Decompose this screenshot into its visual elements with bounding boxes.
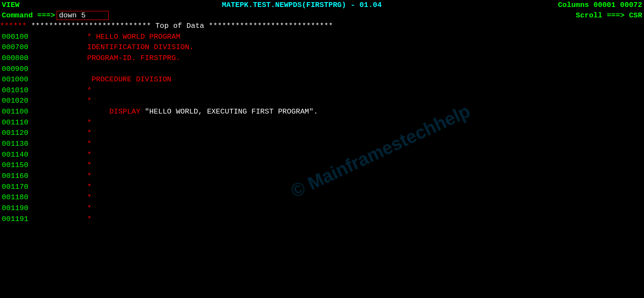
line-content: * <box>43 85 91 96</box>
table-row: 001020 * <box>2 96 642 107</box>
vert-separator <box>37 107 41 117</box>
vert-separator <box>37 192 41 203</box>
line-content: * <box>43 150 91 161</box>
line-content: PROGRAM-ID. FIRSTPRG. <box>43 53 180 64</box>
line-number: 001010 <box>2 85 37 96</box>
line-number: 001160 <box>2 171 37 182</box>
line-number: 001110 <box>2 117 37 128</box>
line-number: 001150 <box>2 160 37 171</box>
line-content: * <box>43 192 91 203</box>
table-row: 001100 DISPLAY "HELLO WORLD, EXECUTING F… <box>2 107 642 117</box>
vert-separator <box>37 74 41 85</box>
vert-separator <box>37 203 41 214</box>
vert-separator <box>37 182 41 193</box>
line-number: 001180 <box>2 192 37 203</box>
line-number: 001190 <box>2 203 37 214</box>
table-row: 001190 * <box>2 203 642 214</box>
table-row: 000900 <box>2 64 642 75</box>
line-content: DISPLAY "HELLO WORLD, EXECUTING FIRST PR… <box>43 107 318 117</box>
table-row: 000800 PROGRAM-ID. FIRSTPRG. <box>2 53 642 64</box>
top-stars: ****** <box>0 21 31 32</box>
header-line2: Command ===> Scroll ===> CSR <box>0 10 644 21</box>
vert-separator <box>37 150 41 161</box>
columns-label: Columns 00001 00072 <box>558 1 642 9</box>
line-number: 001100 <box>2 107 37 117</box>
line-content: * <box>43 203 91 214</box>
line-content: * <box>43 96 91 107</box>
line-content: * <box>43 160 91 171</box>
line-content: * HELLO WORLD PROGRAM <box>43 32 180 43</box>
table-row: 001000 PROCEDURE DIVISION <box>2 74 642 85</box>
vert-separator <box>37 42 41 53</box>
top-of-data-line: ****** *************************** Top o… <box>0 21 644 32</box>
table-row: 001130 * <box>2 139 642 150</box>
line-number: 000800 <box>2 53 37 64</box>
terminal: VIEW MATEPK.TEST.NEWPDS(FIRSTPRG) - 01.0… <box>0 0 644 298</box>
vert-separator <box>37 128 41 139</box>
command-label: Command ===> <box>2 11 55 20</box>
vert-separator <box>37 117 41 128</box>
line-content: * <box>43 214 91 225</box>
table-row: 001180 * <box>2 192 642 203</box>
table-row: 001010 * <box>2 85 642 96</box>
line-number: 000900 <box>2 64 37 75</box>
table-row: 001160 * <box>2 171 642 182</box>
table-row: 001170 * <box>2 182 642 193</box>
table-row: 001191 * <box>2 214 642 225</box>
scroll-label: Scroll ===> CSR <box>576 11 642 20</box>
vert-separator <box>37 53 41 64</box>
line-content: * <box>43 182 91 193</box>
vert-separator <box>37 214 41 225</box>
line-number: 000100 <box>2 32 37 43</box>
line-number: 001140 <box>2 150 37 161</box>
vert-separator <box>37 85 41 96</box>
data-area: 000100 * HELLO WORLD PROGRAM000700 IDENT… <box>0 32 644 225</box>
vert-separator <box>37 160 41 171</box>
top-of-data-text: *************************** Top of Data … <box>31 21 333 32</box>
line-number: 001000 <box>2 74 37 85</box>
line-number: 001170 <box>2 182 37 193</box>
view-label: VIEW <box>2 1 20 9</box>
table-row: 001140 * <box>2 150 642 161</box>
table-row: 000700 IDENTIFICATION DIVISION. <box>2 42 642 53</box>
line-number: 001120 <box>2 128 37 139</box>
line-number: 001191 <box>2 214 37 225</box>
line-number: 001130 <box>2 139 37 150</box>
vert-separator <box>37 64 41 75</box>
vert-separator <box>37 171 41 182</box>
line-content: * <box>43 171 91 182</box>
line-content: * <box>43 128 91 139</box>
table-row: 001110 * <box>2 117 642 128</box>
header-line1: VIEW MATEPK.TEST.NEWPDS(FIRSTPRG) - 01.0… <box>0 0 644 10</box>
command-input[interactable] <box>57 11 109 20</box>
vert-separator <box>37 32 41 43</box>
table-row: 000100 * HELLO WORLD PROGRAM <box>2 32 642 43</box>
line-content: IDENTIFICATION DIVISION. <box>43 42 194 53</box>
vert-separator <box>37 96 41 107</box>
header-title: MATEPK.TEST.NEWPDS(FIRSTPRG) - 01.04 <box>46 1 558 9</box>
line-number: 001020 <box>2 96 37 107</box>
line-content: PROCEDURE DIVISION <box>43 74 171 85</box>
table-row: 001150 * <box>2 160 642 171</box>
vert-separator <box>37 139 41 150</box>
line-content: * <box>43 117 91 128</box>
line-number: 000700 <box>2 42 37 53</box>
table-row: 001120 * <box>2 128 642 139</box>
line-content: * <box>43 139 91 150</box>
